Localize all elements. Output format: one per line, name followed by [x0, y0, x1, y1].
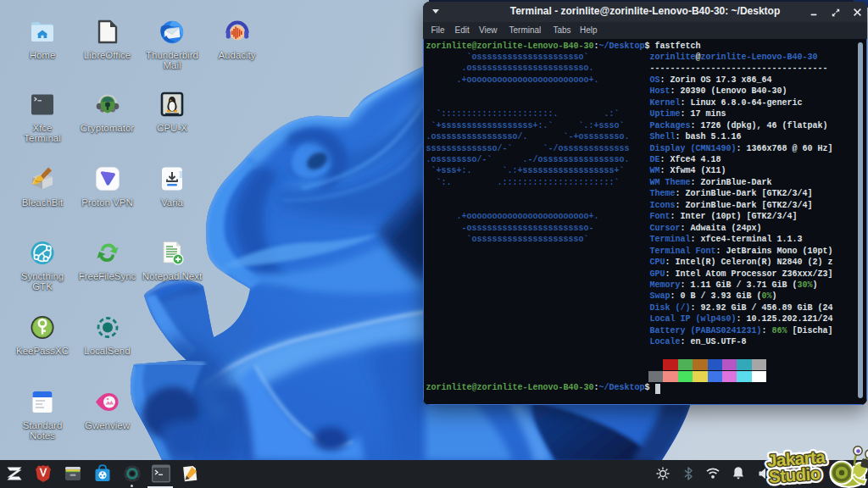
svg-text:Studio: Studio — [768, 463, 821, 486]
